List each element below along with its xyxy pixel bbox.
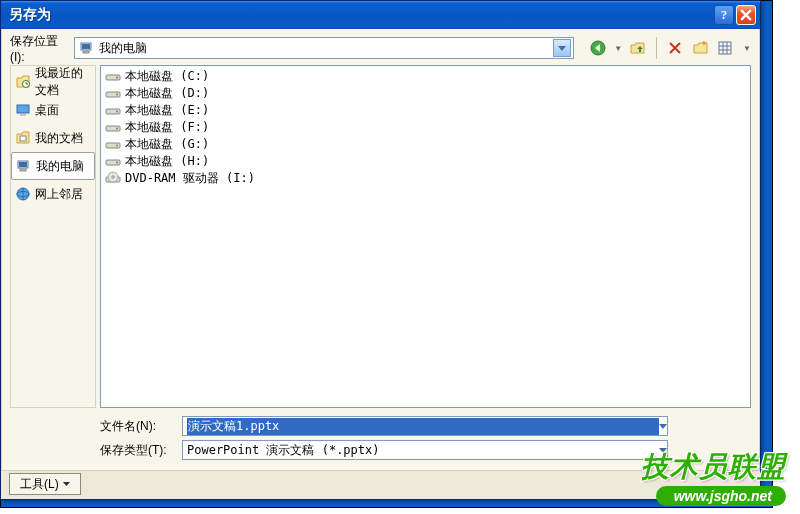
svg-point-24 [116, 110, 118, 112]
filename-value: 演示文稿1.pptx [187, 418, 659, 435]
file-label: DVD-RAM 驱动器 (I:) [125, 170, 255, 187]
file-label: 本地磁盘 (F:) [125, 119, 209, 136]
up-button[interactable] [628, 38, 648, 58]
svg-rect-15 [20, 169, 26, 171]
chevron-down-icon [659, 424, 667, 429]
svg-point-30 [116, 161, 118, 163]
place-mydocs[interactable]: 我的文档 [11, 124, 95, 152]
dvd-icon [105, 171, 121, 187]
close-icon [740, 9, 752, 21]
delete-icon [668, 41, 682, 55]
location-row: 保存位置(I): 我的电脑 ▼ ▼ [10, 35, 751, 61]
filename-input[interactable]: 演示文稿1.pptx [182, 416, 668, 436]
mycomputer-icon [16, 158, 32, 174]
back-button[interactable] [588, 38, 608, 58]
place-network[interactable]: 网上邻居 [11, 180, 95, 208]
svg-rect-2 [83, 51, 89, 53]
recent-icon [15, 74, 31, 90]
filetype-value: PowerPoint 演示文稿 (*.pptx) [187, 442, 659, 459]
svg-rect-1 [82, 44, 90, 49]
location-text: 我的电脑 [99, 40, 553, 57]
drive-icon [105, 86, 121, 102]
svg-rect-4 [719, 42, 731, 54]
file-item[interactable]: 本地磁盘 (E:) [105, 102, 746, 119]
chevron-down-icon [63, 482, 70, 486]
dialog-title: 另存为 [9, 6, 712, 24]
new-folder-button[interactable] [691, 38, 711, 58]
file-label: 本地磁盘 (C:) [125, 68, 209, 85]
svg-rect-14 [19, 162, 27, 167]
svg-rect-10 [17, 105, 29, 113]
place-label: 我的电脑 [36, 158, 84, 175]
file-label: 本地磁盘 (E:) [125, 102, 209, 119]
filetype-dropdown[interactable] [659, 448, 667, 453]
svg-point-28 [116, 144, 118, 146]
filetype-combo[interactable]: PowerPoint 演示文稿 (*.pptx) [182, 440, 668, 460]
save-in-label: 保存位置(I): [10, 33, 70, 64]
place-desktop[interactable]: 桌面 [11, 96, 95, 124]
file-item[interactable]: 本地磁盘 (D:) [105, 85, 746, 102]
toolbar: ▼ ▼ [588, 37, 751, 59]
file-item[interactable]: 本地磁盘 (H:) [105, 153, 746, 170]
network-icon [15, 186, 31, 202]
file-item[interactable]: DVD-RAM 驱动器 (I:) [105, 170, 746, 187]
dropdown-arrow[interactable] [553, 39, 571, 57]
svg-point-20 [116, 76, 118, 78]
svg-point-22 [116, 93, 118, 95]
location-combo[interactable]: 我的电脑 [74, 37, 574, 59]
drive-icon [105, 154, 121, 170]
svg-rect-11 [20, 114, 26, 116]
delete-button[interactable] [665, 38, 685, 58]
file-item[interactable]: 本地磁盘 (G:) [105, 136, 746, 153]
bottom-fields: 文件名(N): 演示文稿1.pptx 保存类型(T): PowerPoint 演… [100, 414, 751, 462]
desktop-icon [15, 102, 31, 118]
svg-rect-12 [20, 136, 26, 141]
places-bar: 我最近的文档桌面我的文档我的电脑网上邻居 [10, 65, 96, 408]
middle-area: 我最近的文档桌面我的文档我的电脑网上邻居 本地磁盘 (C:)本地磁盘 (D:)本… [10, 65, 751, 408]
file-label: 本地磁盘 (G:) [125, 136, 209, 153]
folder-up-icon [630, 40, 646, 56]
views-icon [718, 40, 736, 56]
titlebar: 另存为 ? [1, 1, 760, 29]
svg-point-26 [116, 127, 118, 129]
place-label: 我最近的文档 [35, 65, 91, 99]
tools-button[interactable]: 工具(L) [9, 473, 81, 495]
place-label: 网上邻居 [35, 186, 83, 203]
file-list[interactable]: 本地磁盘 (C:)本地磁盘 (D:)本地磁盘 (E:)本地磁盘 (F:)本地磁盘… [100, 65, 751, 408]
drive-icon [105, 69, 121, 85]
new-folder-icon [693, 40, 709, 56]
dialog-client: 保存位置(I): 我的电脑 ▼ ▼ 我 [1, 29, 760, 471]
place-label: 桌面 [35, 102, 59, 119]
computer-icon [79, 40, 95, 56]
file-item[interactable]: 本地磁盘 (C:) [105, 68, 746, 85]
filename-dropdown[interactable] [659, 424, 667, 429]
filetype-label: 保存类型(T): [100, 442, 176, 459]
chevron-down-icon [558, 46, 566, 51]
back-icon [590, 40, 606, 56]
svg-point-33 [112, 175, 114, 177]
place-mycomputer[interactable]: 我的电脑 [11, 152, 95, 180]
file-item[interactable]: 本地磁盘 (F:) [105, 119, 746, 136]
place-recent[interactable]: 我最近的文档 [11, 68, 95, 96]
drive-icon [105, 137, 121, 153]
chevron-down-icon [659, 448, 667, 453]
save-as-dialog: 另存为 ? 保存位置(I): 我的电脑 ▼ [0, 0, 761, 500]
place-label: 我的文档 [35, 130, 83, 147]
footer: 工具(L) 保存(S) 取消 [1, 471, 760, 499]
close-button[interactable] [736, 5, 756, 25]
file-label: 本地磁盘 (H:) [125, 153, 209, 170]
drive-icon [105, 120, 121, 136]
drive-icon [105, 103, 121, 119]
help-button[interactable]: ? [714, 5, 734, 25]
mydocs-icon [15, 130, 31, 146]
views-button[interactable] [717, 38, 737, 58]
file-label: 本地磁盘 (D:) [125, 85, 209, 102]
filename-label: 文件名(N): [100, 418, 176, 435]
